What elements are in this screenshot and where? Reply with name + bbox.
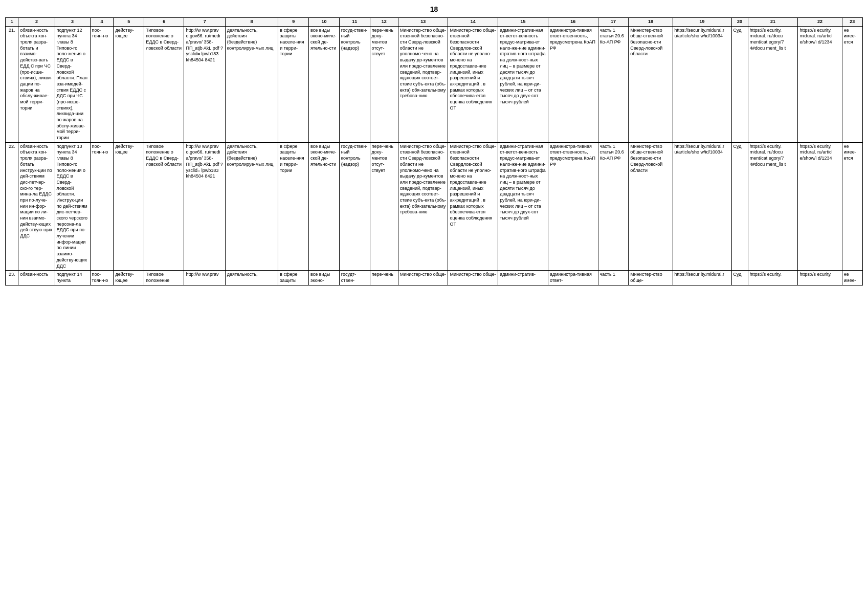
row-23-col20: Суд (731, 271, 748, 285)
header-21: 21 (748, 18, 798, 27)
row-21-col6: Типовое положение о ЕДДС в Сверд-ловской… (144, 26, 184, 142)
main-table: 1 2 3 4 5 6 7 8 9 10 11 12 13 14 15 16 1… (5, 17, 863, 286)
row-22-col3: подпункт 13 пункта 34 главы 8 Типово-го … (55, 142, 90, 270)
row-23-num: 23. (6, 271, 18, 285)
header-12: 12 (370, 18, 398, 27)
header-19: 19 (673, 18, 731, 27)
row-23-col7: http://w ww.prav (184, 271, 225, 285)
row-21-col18: Министер-ство обще-ственной безопасно-ст… (629, 26, 673, 142)
row-22-col16: администра-тивная ответ-ственность, пред… (548, 142, 598, 270)
row-23-col23: не имее- (842, 271, 862, 285)
row-23-col3: подпункт 14 пункта (55, 271, 90, 285)
header-8: 8 (225, 18, 278, 27)
row-21-col7: http://w ww.prav o.gov66. ru/medi a/prav… (184, 26, 225, 142)
table-row: 22. обязан-ность объекта кон-троля разра… (6, 142, 863, 270)
row-22-col19: https://secur ity.midural.r u/article/sh… (673, 142, 731, 270)
row-21-col15: админи-стратив-ная от-ветст-венность пре… (498, 26, 548, 142)
row-22-col17: часть 1 статьи 20.6 Ко-АП РФ (598, 142, 629, 270)
header-18: 18 (629, 18, 673, 27)
row-23-col10: все виды эконо- (309, 271, 340, 285)
row-21-col16: администра-тивная ответ-ственность, пред… (548, 26, 598, 142)
row-22-col12: пере-чень доку-ментов отсут-ствует (370, 142, 398, 270)
header-3: 3 (55, 18, 90, 27)
row-21-col3: подпункт 12 пункта 34 главы 8 Типово-го … (55, 26, 90, 142)
row-22-col20: Суд (731, 142, 748, 270)
header-10: 10 (309, 18, 340, 27)
row-21-col21: https://s ecurity. midural. ru/docu ment… (748, 26, 798, 142)
row-22-col6: Типовое положение о ЕДДС в Сверд-ловской… (144, 142, 184, 270)
row-22-num: 22. (6, 142, 18, 270)
row-22-col8: деятельность, действия (бездействие) кон… (225, 142, 278, 270)
row-23-col2: обязан-ность (18, 271, 55, 285)
row-22-col13: Министер-ство обще-ственной безопасно-ст… (398, 142, 448, 270)
row-22-col9: в сфере защиты населе-ния и терри-тории (278, 142, 309, 270)
row-23-col18: Министер-ство обще- (629, 271, 673, 285)
header-row: 1 2 3 4 5 6 7 8 9 10 11 12 13 14 15 16 1… (6, 18, 863, 27)
row-21-col20: Суд (731, 26, 748, 142)
header-20: 20 (731, 18, 748, 27)
header-1: 1 (6, 18, 18, 27)
header-6: 6 (144, 18, 184, 27)
header-14: 14 (448, 18, 498, 27)
page-container: 18 1 (0, 0, 868, 614)
row-21-col10: все виды эконо-миче-ской де-ятельно-сти (309, 26, 340, 142)
row-22-col10: все виды эконо-миче-ской де-ятельно-сти (309, 142, 340, 270)
row-22-col22: https://s ecurity. midural. ru/articl e/… (798, 142, 842, 270)
row-23-col11: госудт-ствен- (339, 271, 370, 285)
row-23-col14: Министер-ство обще- (448, 271, 498, 285)
row-21-col2: обязан-ность объекта кон-троля разра-бот… (18, 26, 55, 142)
row-22-col2: обязан-ность объекта кон-троля разра-бот… (18, 142, 55, 270)
header-9: 9 (278, 18, 309, 27)
row-21-col11: госуд-ствен-ный контроль (надзор) (339, 26, 370, 142)
row-23-col22: https://s ecurity. (798, 271, 842, 285)
header-5: 5 (114, 18, 144, 27)
page-number: 18 (5, 5, 863, 13)
row-23-col16: администра-тивная ответ- (548, 271, 598, 285)
row-22-col18: Министер-ство обще-ственной безопасно-ст… (629, 142, 673, 270)
row-23-col17: часть 1 (598, 271, 629, 285)
row-23-col15: админи-стратив- (498, 271, 548, 285)
header-4: 4 (90, 18, 114, 27)
row-22-col11: госуд-ствен-ный контроль (надзор) (339, 142, 370, 270)
row-21-col17: часть 1 статьи 20.6 Ко-АП РФ (598, 26, 629, 142)
row-23-col5: действу-ющее (114, 271, 144, 285)
row-22-col14: Министер-ство обще-ственной безопасности… (448, 142, 498, 270)
row-21-col14: Министер-ство обще-ственной безопасности… (448, 26, 498, 142)
header-7: 7 (184, 18, 225, 27)
row-21-col23: не имее-ется (842, 26, 862, 142)
row-21-col13: Министер-ство обще-ственной безопасно-ст… (398, 26, 448, 142)
row-23-col8: деятельность, (225, 271, 278, 285)
row-22-col21: https://s ecurity. midural. ru/docu ment… (748, 142, 798, 270)
row-22-col7: http://w ww.prav o.gov66. ru/medi a/prav… (184, 142, 225, 270)
row-21-col12: пере-чень доку-ментов отсут-ствует (370, 26, 398, 142)
header-17: 17 (598, 18, 629, 27)
table-row: 21. обязан-ность объекта кон-троля разра… (6, 26, 863, 142)
row-21-col5: действу-ющее (114, 26, 144, 142)
row-21-col9: в сфере защиты населе-ния и терри-тории (278, 26, 309, 142)
row-22-col4: пос-тоян-но (90, 142, 114, 270)
row-23-col6: Типовое положение (144, 271, 184, 285)
row-21-col19: https://secur ity.midural.r u/article/sh… (673, 26, 731, 142)
row-23-col12: пере-чень (370, 271, 398, 285)
row-21-num: 21. (6, 26, 18, 142)
row-21-col22: https://s ecurity. midural. ru/articl e/… (798, 26, 842, 142)
header-13: 13 (398, 18, 448, 27)
header-22: 22 (798, 18, 842, 27)
row-22-col15: админи-стратив-ная от-ветст-венность пре… (498, 142, 548, 270)
header-11: 11 (339, 18, 370, 27)
row-23-col19: https://secur ity.midural.r (673, 271, 731, 285)
row-22-col23: не имее-ется (842, 142, 862, 270)
row-23-col4: пос-тоян-но (90, 271, 114, 285)
header-23: 23 (842, 18, 862, 27)
table-row: 23. обязан-ность подпункт 14 пункта пос-… (6, 271, 863, 285)
header-2: 2 (18, 18, 55, 27)
header-15: 15 (498, 18, 548, 27)
row-23-col9: в сфере защиты (278, 271, 309, 285)
row-22-col5: действу-ющее (114, 142, 144, 270)
row-21-col8: деятельность, действия (бездействие) кон… (225, 26, 278, 142)
header-16: 16 (548, 18, 598, 27)
row-21-col4: пос-тоян-но (90, 26, 114, 142)
row-23-col21: https://s ecurity. (748, 271, 798, 285)
row-23-col13: Министер-ство обще- (398, 271, 448, 285)
